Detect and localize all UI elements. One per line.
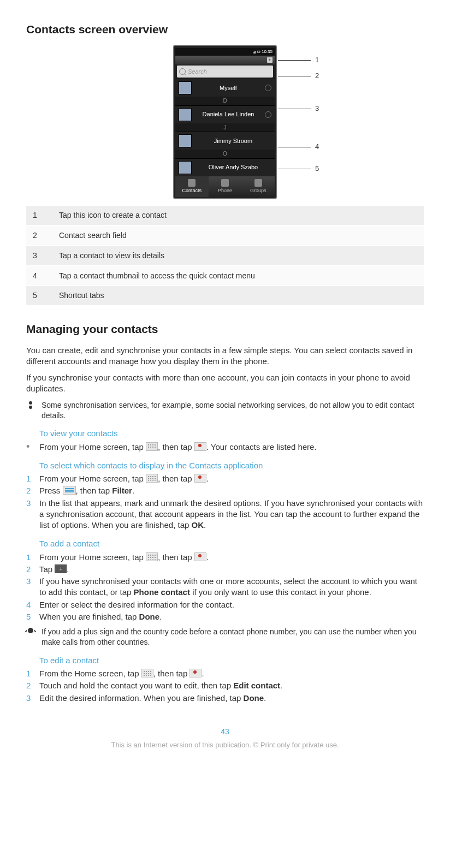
info-icon (26, 400, 35, 405)
overview-figure: 10:35 + Search Myself D Daniela Lee Lind… (26, 45, 424, 199)
add-contact-icon: + (267, 57, 273, 63)
contact-list: Myself D Daniela Lee Linden J Jimmy Stro… (175, 79, 275, 176)
callout-number: 3 (315, 104, 319, 114)
step-number: 1 (26, 473, 39, 484)
contact-thumb (179, 81, 192, 94)
tab-groups: Groups (241, 176, 275, 197)
legend-row: 3Tap a contact to view its details (26, 246, 424, 266)
search-icon (179, 68, 186, 75)
contacts-app-icon (194, 442, 206, 451)
legend-row: 1Tap this icon to create a contact (26, 206, 424, 225)
step-number: 1 (26, 668, 39, 679)
step-number: 3 (26, 693, 39, 704)
legend-row: 5Shortcut tabs (26, 286, 424, 306)
step-number: 2 (26, 485, 39, 496)
step-number: 1 (26, 552, 39, 563)
procedure-step: 2 Press , then tap Filter. (26, 485, 424, 496)
contacts-app-icon (194, 474, 206, 483)
note-text: Some synchronisation services, for examp… (42, 400, 424, 421)
apps-grid-icon (146, 474, 158, 483)
figure-callouts: 1 2 3 4 5 (278, 45, 327, 199)
procedure-step: 2 Touch and hold the contact you want to… (26, 680, 424, 691)
svg-rect-0 (253, 52, 253, 53)
phone-statusbar: 10:35 (175, 48, 275, 56)
note-text: If you add a plus sign and the country c… (42, 627, 424, 647)
search-placeholder: Search (188, 68, 207, 76)
procedure-step: 1 From your Home screen, tap , then tap … (26, 473, 424, 484)
phone-screenshot: 10:35 + Search Myself D Daniela Lee Lind… (173, 45, 277, 199)
overview-title: Contacts screen overview (26, 22, 424, 37)
phone-tab-bar: Contacts Phone Groups (175, 176, 275, 197)
overview-legend-table: 1Tap this icon to create a contact 2Cont… (26, 206, 424, 306)
contact-thumb (179, 134, 192, 147)
page-number: 43 (26, 727, 424, 737)
step-number: 3 (26, 498, 39, 531)
apps-grid-icon (146, 442, 158, 451)
procedure-step: 2 Tap . (26, 564, 424, 575)
tab-phone: Phone (209, 176, 242, 197)
contacts-app-icon (190, 669, 202, 677)
tab-contacts: Contacts (175, 176, 209, 197)
step-number: 2 (26, 564, 39, 575)
legend-row: 2Contact search field (26, 225, 424, 246)
section-header: D (175, 97, 275, 105)
step-bullet: • (26, 442, 39, 453)
procedure-step: 1 From your Home screen, tap , then tap … (26, 552, 424, 563)
step-number: 2 (26, 680, 39, 691)
contacts-app-icon (194, 552, 206, 561)
section-header: O (175, 150, 275, 158)
callout-number: 5 (315, 164, 319, 174)
contact-name: Myself (195, 84, 262, 92)
subheading-select-contacts: To select which contacts to display in t… (39, 460, 424, 471)
contact-name: Daniela Lee Linden (195, 110, 262, 118)
phone-add-contact-row: + (175, 56, 275, 64)
footer-text: This is an Internet version of this publ… (26, 740, 424, 750)
procedure-step: 1 From the Home screen, tap , then tap . (26, 668, 424, 679)
statusbar-time: 10:35 (262, 49, 273, 55)
callout-number: 1 (315, 55, 319, 65)
apps-grid-icon (146, 552, 158, 561)
procedure-step: • From your Home screen, tap , then tap … (26, 442, 424, 453)
managing-paragraph: You can create, edit and synchronise you… (26, 345, 424, 367)
step-number: 3 (26, 576, 39, 598)
callout-number: 4 (315, 142, 319, 152)
info-note: Some synchronisation services, for examp… (26, 400, 424, 421)
apps-grid-icon (141, 669, 153, 677)
contact-thumb (179, 108, 192, 121)
legend-row: 4Tap a contact thumbnail to access the q… (26, 266, 424, 286)
subheading-add-contact: To add a contact (39, 538, 424, 549)
contact-row: Oliver Andy Szabo (175, 158, 275, 176)
subheading-edit-contact: To edit a contact (39, 655, 424, 666)
callout-number: 2 (315, 71, 319, 81)
add-contact-icon (55, 564, 67, 573)
step-number: 4 (26, 599, 39, 610)
quick-contact-icon (265, 111, 271, 118)
svg-rect-1 (254, 52, 254, 54)
managing-title: Managing your contacts (26, 322, 424, 337)
procedure-step: 3 In the list that appears, mark and unm… (26, 498, 424, 531)
subheading-view-contacts: To view your contacts (39, 428, 424, 439)
svg-rect-4 (260, 51, 260, 52)
contact-name: Oliver Andy Szabo (195, 163, 271, 171)
procedure-step: 3 If you have synchronised your contacts… (26, 576, 424, 598)
contact-row: Daniela Lee Linden (175, 105, 275, 123)
step-number: 5 (26, 611, 39, 622)
svg-rect-3 (258, 51, 260, 53)
contact-row: Myself (175, 79, 275, 97)
procedure-step: 5 When you are finished, tap Done. (26, 611, 424, 622)
procedure-step: 3 Edit the desired information. When you… (26, 693, 424, 704)
svg-rect-2 (255, 51, 256, 54)
menu-key-icon (63, 486, 76, 495)
section-header: J (175, 123, 275, 132)
tip-note: If you add a plus sign and the country c… (26, 627, 424, 647)
contact-name: Jimmy Stroom (195, 137, 271, 145)
procedure-step: 4 Enter or select the desired informatio… (26, 599, 424, 610)
quick-contact-icon (265, 85, 271, 91)
managing-paragraph: If you synchronise your contacts with mo… (26, 372, 424, 395)
contact-row: Jimmy Stroom (175, 132, 275, 150)
tip-icon (26, 627, 35, 633)
phone-search-field: Search (177, 66, 273, 78)
contact-thumb (179, 161, 192, 174)
